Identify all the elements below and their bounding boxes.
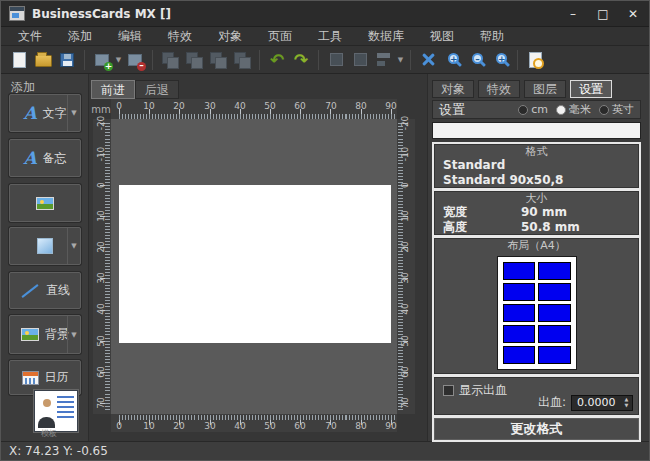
chevron-down-icon[interactable]: ▼ bbox=[67, 316, 80, 353]
ruler-tick-label: 70 bbox=[325, 421, 336, 431]
settings-panel: 对象 特效 图层 设置 设置 cm 毫米 bbox=[427, 74, 649, 441]
layout-card-cell bbox=[503, 304, 536, 322]
unit-option-cm[interactable]: cm bbox=[518, 103, 548, 116]
layout-card-cell bbox=[503, 346, 536, 364]
ruler-tick-label: 20 bbox=[173, 421, 184, 431]
zoom-selection-icon bbox=[496, 53, 507, 64]
text-icon bbox=[23, 103, 36, 123]
close-button[interactable]: ✕ bbox=[625, 7, 641, 21]
business-card-canvas[interactable] bbox=[119, 185, 391, 343]
menu-item-edit[interactable]: 编辑 bbox=[105, 28, 155, 45]
zoom-fit-icon bbox=[420, 51, 437, 68]
tab-back[interactable]: 后退 bbox=[135, 80, 179, 99]
delete-card-button[interactable] bbox=[123, 48, 147, 72]
menu-item-database[interactable]: 数据库 bbox=[355, 28, 417, 45]
spin-down-icon[interactable]: ▼ bbox=[625, 403, 629, 408]
menu-item-add[interactable]: 添加 bbox=[55, 28, 105, 45]
sidebar-item-memo[interactable]: 备忘 bbox=[9, 139, 81, 177]
layout-card-cell bbox=[538, 283, 571, 301]
layout-page-preview[interactable] bbox=[497, 256, 577, 370]
menu-item-tools[interactable]: 工具 bbox=[305, 28, 355, 45]
menu-bar: 文件 添加 编辑 特效 对象 页面 工具 数据库 视图 帮助 bbox=[1, 27, 649, 46]
bleed-field-label: 出血: bbox=[538, 394, 566, 411]
ruler-tick-label: 60 bbox=[400, 364, 410, 380]
minimize-button[interactable]: – bbox=[565, 7, 581, 21]
sidebar-item-shape[interactable]: ▼ bbox=[9, 227, 81, 265]
ruler-tick-label: 90 bbox=[385, 101, 396, 111]
toolbar-separator bbox=[318, 50, 319, 70]
tab-settings[interactable]: 设置 bbox=[570, 80, 612, 98]
change-format-button[interactable]: 更改格式 bbox=[434, 418, 639, 440]
duplicate-button-1[interactable] bbox=[158, 48, 182, 72]
duplicate-button-3[interactable] bbox=[206, 48, 230, 72]
zoom-fit-button[interactable] bbox=[416, 48, 440, 72]
save-button[interactable] bbox=[55, 48, 79, 72]
tab-object[interactable]: 对象 bbox=[432, 80, 474, 98]
unit-label: cm bbox=[531, 103, 548, 116]
sidebar-item-text[interactable]: 文字 ▼ bbox=[9, 94, 81, 132]
menu-item-file[interactable]: 文件 bbox=[5, 28, 55, 45]
bleed-spinner[interactable]: 0.0000 ▲ ▼ bbox=[571, 395, 633, 411]
unit-option-inch[interactable]: 英寸 bbox=[599, 102, 634, 117]
sidebar-item-image[interactable] bbox=[9, 184, 81, 222]
page-background[interactable] bbox=[111, 119, 397, 414]
layout-card-cell bbox=[503, 325, 536, 343]
width-value: 90 mm bbox=[521, 206, 567, 219]
settings-header: 设置 cm 毫米 英寸 bbox=[432, 100, 641, 119]
menu-item-object[interactable]: 对象 bbox=[205, 28, 255, 45]
radio-selected-icon[interactable] bbox=[556, 105, 566, 115]
align-button[interactable] bbox=[372, 48, 396, 72]
height-value: 50.8 mm bbox=[521, 221, 580, 234]
chevron-down-icon[interactable]: ▼ bbox=[67, 228, 80, 264]
tab-forward[interactable]: 前进 bbox=[91, 80, 135, 99]
ruler-tick-label: -10 bbox=[96, 146, 106, 162]
checkbox-icon[interactable] bbox=[443, 385, 454, 396]
menu-item-effects[interactable]: 特效 bbox=[155, 28, 205, 45]
group-button[interactable] bbox=[324, 48, 348, 72]
template-thumbnail[interactable] bbox=[34, 390, 78, 432]
radio-icon[interactable] bbox=[518, 105, 528, 115]
duplicate-button-2[interactable] bbox=[182, 48, 206, 72]
add-card-button[interactable] bbox=[90, 48, 114, 72]
sidebar-item-line[interactable]: 直线 bbox=[9, 272, 81, 309]
tab-effects[interactable]: 特效 bbox=[478, 80, 520, 98]
new-document-button[interactable] bbox=[7, 48, 31, 72]
undo-button[interactable] bbox=[265, 48, 289, 72]
format-list-box[interactable] bbox=[432, 122, 641, 139]
bleed-value[interactable]: 0.0000 bbox=[572, 396, 621, 409]
menu-item-help[interactable]: 帮助 bbox=[467, 28, 517, 45]
ruler-tick-label: 50 bbox=[264, 421, 275, 431]
ungroup-button[interactable] bbox=[348, 48, 372, 72]
layout-section: 布局（A4） bbox=[434, 238, 639, 374]
layout-card-cell bbox=[538, 262, 571, 280]
chevron-down-icon[interactable]: ▼ bbox=[67, 95, 80, 131]
toolbar-separator bbox=[259, 50, 260, 70]
duplicate-button-4[interactable] bbox=[230, 48, 254, 72]
maximize-button[interactable]: □ bbox=[595, 7, 611, 21]
ruler-tick-label: 10 bbox=[143, 421, 154, 431]
add-card-dropdown[interactable]: ▼ bbox=[114, 56, 123, 64]
layout-card-cell bbox=[538, 304, 571, 322]
print-preview-button[interactable] bbox=[523, 48, 547, 72]
radio-icon[interactable] bbox=[599, 105, 609, 115]
sidebar-note: 模板 bbox=[41, 428, 57, 439]
ruler-tick-label: 10 bbox=[96, 208, 106, 224]
card-lines-decor bbox=[57, 396, 74, 420]
open-button[interactable] bbox=[31, 48, 55, 72]
unit-option-mm[interactable]: 毫米 bbox=[556, 102, 591, 117]
toolbar-separator bbox=[410, 50, 411, 70]
show-bleed-label: 显示出血 bbox=[459, 382, 507, 399]
redo-button[interactable] bbox=[289, 48, 313, 72]
tab-layers[interactable]: 图层 bbox=[524, 80, 566, 98]
show-bleed-option[interactable]: 显示出血 bbox=[443, 382, 507, 399]
duplicate-icon bbox=[234, 52, 250, 68]
menu-item-view[interactable]: 视图 bbox=[417, 28, 467, 45]
zoom-out-button[interactable] bbox=[464, 48, 488, 72]
sidebar-item-background[interactable]: 背景 ▼ bbox=[9, 315, 81, 354]
app-window: BusinessCards MX [] – □ ✕ 文件 添加 编辑 特效 对象… bbox=[0, 0, 650, 461]
menu-item-page[interactable]: 页面 bbox=[255, 28, 305, 45]
zoom-selection-button[interactable] bbox=[488, 48, 512, 72]
align-dropdown[interactable]: ▼ bbox=[396, 56, 405, 64]
line-icon bbox=[22, 284, 39, 298]
zoom-in-button[interactable] bbox=[440, 48, 464, 72]
